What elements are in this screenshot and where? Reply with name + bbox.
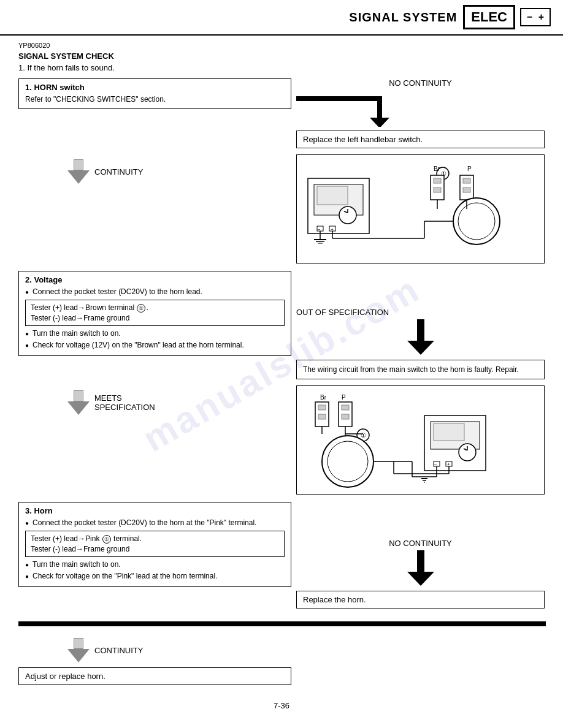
tester-diagram-1: − + ① [302,160,510,258]
svg-text:Br: Br [434,165,440,172]
col-right-2: OUT OF SPECIFICATION The wiring circuit … [291,271,545,383]
battery-icon: − + [520,8,551,26]
main-content: YP806020 SIGNAL SYSTEM CHECK 1. If the h… [0,36,563,722]
tester-diagram-2: Br P ① [302,391,510,489]
box3-title: 3. Horn [25,506,285,515]
section-title: SIGNAL SYSTEM CHECK [18,51,545,61]
svg-text:P: P [467,165,472,172]
svg-rect-28 [463,178,470,183]
continuity-label-1: CONTINUITY [94,167,143,176]
svg-rect-40 [318,405,326,410]
replace-horn-box: Replace the horn. [296,591,545,609]
col-right-diagram2: Br P ① [291,385,545,499]
box1: 1. HORN switch Refer to "CHECKING SWITCH… [18,78,291,109]
col-left-2: 2. Voltage Connect the pocket tester (DC… [18,271,291,360]
svg-rect-73 [417,550,424,572]
adjust-horn-box: Adjust or replace horn. [18,667,291,685]
elec-badge: ELEC [463,5,515,29]
svg-text:+: + [447,461,450,467]
page-header: SIGNAL SYSTEM ELEC − + [0,0,563,36]
col-left-1: 1. HORN switch Refer to "CHECKING SWITCH… [18,78,291,113]
svg-text:Br: Br [320,394,327,401]
diagram-box-1: − + ① [296,154,545,264]
no-continuity-arrow-2 [390,550,451,587]
wiring-faulty-box: The wiring circuit from the main switch … [296,360,545,379]
replace-horn-text: Replace the horn. [303,595,366,604]
svg-rect-25 [434,178,441,183]
svg-point-31 [458,203,495,240]
box2-bullet3: Check for voltage (12V) on the "Brown" l… [25,340,285,351]
circle-1: ① [137,304,145,313]
svg-point-52 [327,441,368,482]
page-title: SIGNAL SYSTEM [349,10,457,25]
no-continuity-label-2: NO CONTINUITY [296,539,545,548]
col-right-diagram1: − + ① [291,154,545,268]
svg-rect-29 [463,188,470,192]
svg-rect-1 [377,96,382,118]
wiring-faulty-text: The wiring circuit from the main switch … [303,365,519,374]
box3: 3. Horn Connect the pocket tester (DC20V… [18,502,291,587]
svg-text:P: P [342,394,346,401]
svg-rect-75 [18,621,546,626]
svg-rect-0 [296,96,382,101]
flow-container: 1. HORN switch Refer to "CHECKING SWITCH… [18,78,545,689]
svg-rect-5 [317,186,348,205]
svg-rect-43 [342,405,349,410]
svg-marker-74 [407,572,434,586]
page-id: YP806020 [18,42,545,49]
box3-subbox: Tester (+) lead→Pink ① terminal. Tester … [25,531,285,558]
box3-bullet2: Turn the main switch to on. [25,559,285,570]
circle-2: ① [102,535,111,544]
box3-bullet1: Connect the pocket tester (DC20V) to the… [25,518,285,528]
bottom-arrows [18,615,545,633]
box2-bullet2: Turn the main switch to on. [25,328,285,339]
box1-sub: Refer to "CHECKING SWITCHES" section. [25,94,285,105]
out-of-spec-label: OUT OF SPECIFICATION [296,308,545,317]
box2-bullet1: Connect the pocket tester (DC20V) to the… [25,287,285,297]
col-right-3: NO CONTINUITY Replace the horn. [291,502,545,612]
svg-rect-35 [417,319,424,341]
svg-text:①: ① [361,432,366,439]
box1-title: 1. HORN switch [25,83,285,92]
continuity-label-2: CONTINUITY [94,646,143,655]
intro-text: 1. If the horn fails to sound. [18,63,545,72]
replace-handlebar-box: Replace the left handlebar switch. [296,131,545,148]
col-left-3: 3. Horn Connect the pocket tester (DC20V… [18,502,291,591]
no-continuity-label: NO CONTINUITY [296,78,545,88]
battery-plus: + [538,12,544,23]
box2-subbox: Tester (+) lead→Brown terminal ①. Tester… [25,300,285,327]
svg-rect-41 [318,414,326,419]
col-left-continuity-arrow: CONTINUITY [18,154,291,189]
box2: 2. Voltage Connect the pocket tester (DC… [18,271,291,356]
no-continuity-arrow [296,90,419,127]
battery-minus: − [527,12,532,23]
col-left-bottom: CONTINUITY Adjust or replace horn. [18,638,291,689]
col-right-1: NO CONTINUITY [291,78,545,152]
svg-rect-26 [434,188,441,192]
diagram-box-2: Br P ① [296,385,545,495]
svg-text:−: − [434,461,437,467]
page-number: 7-36 [18,701,545,710]
box2-title: 2. Voltage [25,275,285,284]
meets-spec-label: MEETS SPECIFICATION [94,393,155,412]
svg-rect-44 [342,414,349,419]
replace-handlebar-text: Replace the left handlebar switch. [303,135,423,144]
bottom-continuity-bar [18,615,546,633]
out-of-spec-arrow [390,319,451,356]
svg-rect-57 [434,423,464,441]
svg-marker-36 [407,341,434,355]
col-left-meets: MEETS SPECIFICATION [18,385,291,420]
box3-bullet3: Check for voltage on the "Pink" lead at … [25,571,285,582]
svg-marker-2 [370,118,389,127]
adjust-horn-text: Adjust or replace horn. [25,672,105,681]
